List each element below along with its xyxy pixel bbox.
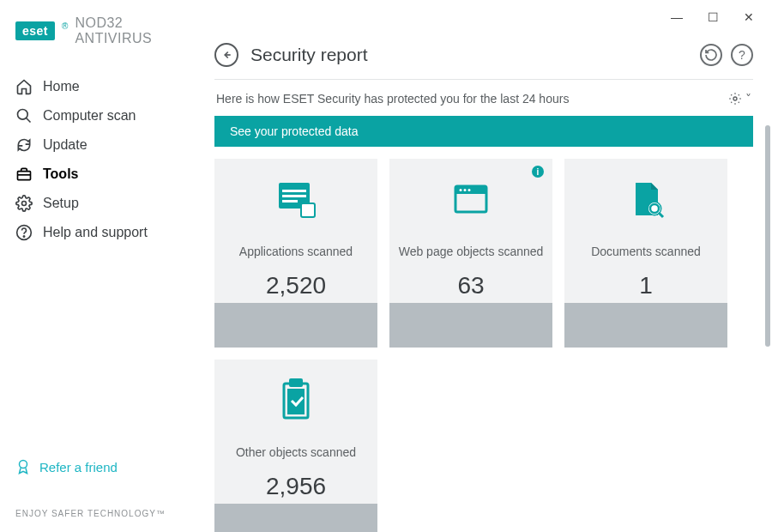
card-documents-scanned[interactable]: Documents scanned 1 [564,159,727,348]
sidebar-item-label: Computer scan [43,108,136,124]
card-other-objects-scanned[interactable]: Other objects scanned 2,956 [214,360,377,532]
refer-a-friend-link[interactable]: Refer a friend [0,459,196,509]
info-icon[interactable]: i [532,166,544,178]
sidebar-item-label: Update [43,137,87,153]
sidebar-item-tools[interactable]: Tools [0,160,196,189]
card-label: Documents scanned [584,236,708,267]
page-title: Security report [250,45,368,65]
subtitle-row: Here is how ESET Security has protected … [214,80,753,116]
gear-icon [728,92,742,106]
sidebar-item-update[interactable]: Update [0,130,196,160]
sidebar-item-home[interactable]: Home [0,72,196,101]
svg-point-17 [460,189,462,191]
sidebar-item-label: Home [43,79,80,94]
settings-dropdown[interactable]: ˅ [728,92,751,106]
home-icon [15,78,33,95]
sidebar-item-help[interactable]: Help and support [0,218,196,247]
help-icon [15,224,33,241]
card-value: 2,956 [266,473,326,500]
svg-rect-25 [289,378,303,387]
sidebar-item-setup[interactable]: Setup [0,189,196,218]
reload-button[interactable] [700,44,722,66]
svg-point-0 [18,110,28,120]
scrollbar[interactable] [765,125,770,347]
brand-logo: eset [15,21,55,40]
tagline: ENJOY SAFER TECHNOLOGY™ [0,509,196,532]
stat-cards: Applications scanned 2,520 i Web page ob… [214,159,753,532]
refer-label: Refer a friend [39,460,118,475]
sidebar-item-label: Setup [43,196,79,211]
gear-icon [15,195,33,212]
svg-line-23 [659,213,663,217]
card-value: 1 [639,272,653,299]
clipboard-check-icon [274,380,318,421]
page-header: Security report ? [214,43,753,80]
svg-rect-11 [282,190,306,192]
svg-rect-26 [287,389,305,414]
svg-rect-12 [282,195,306,197]
svg-point-7 [20,461,27,469]
svg-point-19 [468,189,471,191]
help-button[interactable]: ? [731,44,753,66]
card-web-objects-scanned[interactable]: i Web page objects scanned 63 [389,159,552,348]
protected-data-banner[interactable]: See your protected data [214,116,753,147]
card-applications-scanned[interactable]: Applications scanned 2,520 [214,159,377,348]
sidebar: eset ® NOD32 ANTIVIRUS Home Computer sca… [0,0,196,532]
svg-point-9 [733,97,737,100]
sidebar-item-label: Help and support [43,225,148,240]
refresh-icon [15,136,33,154]
toolbox-icon [15,166,33,183]
svg-line-1 [27,118,31,123]
svg-rect-13 [282,200,298,203]
card-label: Applications scanned [232,236,359,267]
card-label: Web page objects scanned [392,236,551,267]
main-content: Security report ? Here is how ESET Secur… [196,0,772,532]
card-value: 2,520 [266,272,326,299]
svg-point-6 [23,236,24,237]
svg-point-18 [464,189,467,191]
card-value: 63 [457,272,484,299]
svg-point-4 [22,202,27,206]
subtitle-text: Here is how ESET Security has protected … [216,92,569,106]
brand-reg: ® [62,21,68,31]
browser-icon [449,179,493,221]
brand-product: NOD32 ANTIVIRUS [75,15,180,46]
award-icon [15,459,31,475]
card-label: Other objects scanned [229,437,363,468]
svg-rect-14 [301,203,315,217]
sidebar-item-scan[interactable]: Computer scan [0,101,196,130]
svg-rect-2 [18,172,31,180]
applications-icon [274,179,318,221]
document-search-icon [624,179,668,221]
sidebar-item-label: Tools [43,166,78,182]
search-icon [15,107,33,124]
back-button[interactable] [214,43,238,67]
nav: Home Computer scan Update Tools [0,72,196,247]
brand: eset ® NOD32 ANTIVIRUS [0,15,196,72]
chevron-down-icon: ˅ [745,92,751,106]
